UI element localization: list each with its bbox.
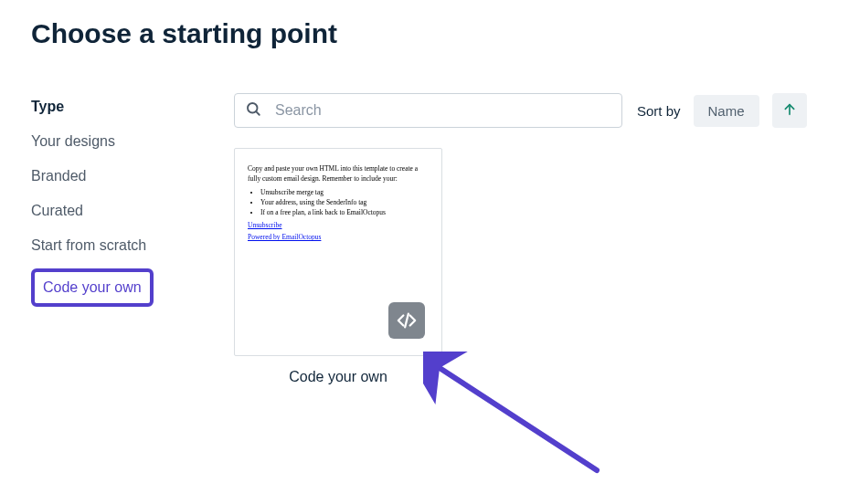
svg-line-3 (405, 314, 409, 328)
thumb-intro: Copy and paste your own HTML into this t… (248, 163, 429, 184)
page-title: Choose a starting point (0, 0, 849, 49)
search-input[interactable] (234, 93, 622, 128)
thumb-link-unsubscribe: Unsubscribe (248, 221, 429, 229)
sort-by-value[interactable]: Name (694, 95, 759, 127)
sidebar-item-your-designs[interactable]: Your designs (31, 117, 186, 152)
arrow-up-icon (782, 102, 797, 120)
sidebar-item-start-from-scratch[interactable]: Start from scratch (31, 221, 186, 256)
template-card-thumbnail[interactable]: Copy and paste your own HTML into this t… (234, 148, 442, 356)
thumb-bullet: Your address, using the SenderInfo tag (260, 197, 429, 207)
sort-direction-button[interactable] (772, 93, 807, 128)
search-field (234, 93, 622, 128)
search-icon (245, 100, 261, 121)
template-card: Copy and paste your own HTML into this t… (234, 148, 442, 385)
thumb-bullet: Unsubscribe merge tag (260, 187, 429, 197)
code-icon (388, 302, 425, 339)
thumb-link-powered-by: Powered by EmailOctopus (248, 233, 429, 241)
card-grid: Copy and paste your own HTML into this t… (234, 128, 818, 385)
sidebar-item-code-your-own[interactable]: Code your own (31, 268, 154, 307)
sidebar-item-branded[interactable]: Branded (31, 152, 186, 186)
toolbar: Sort by Name (234, 93, 818, 128)
svg-line-1 (256, 111, 260, 115)
sidebar-item-curated[interactable]: Curated (31, 186, 186, 221)
sidebar-heading-type[interactable]: Type (31, 93, 186, 117)
thumb-bullets: Unsubscribe merge tag Your address, usin… (248, 187, 429, 218)
main-layout: Type Your designs Branded Curated Start … (0, 49, 849, 385)
sort-label: Sort by (637, 103, 681, 119)
content-area: Sort by Name Copy and paste your own HTM… (234, 93, 818, 385)
template-card-title: Code your own (234, 369, 442, 385)
thumb-bullet: If on a free plan, a link back to EmailO… (260, 207, 429, 217)
sidebar: Type Your designs Branded Curated Start … (31, 93, 186, 385)
